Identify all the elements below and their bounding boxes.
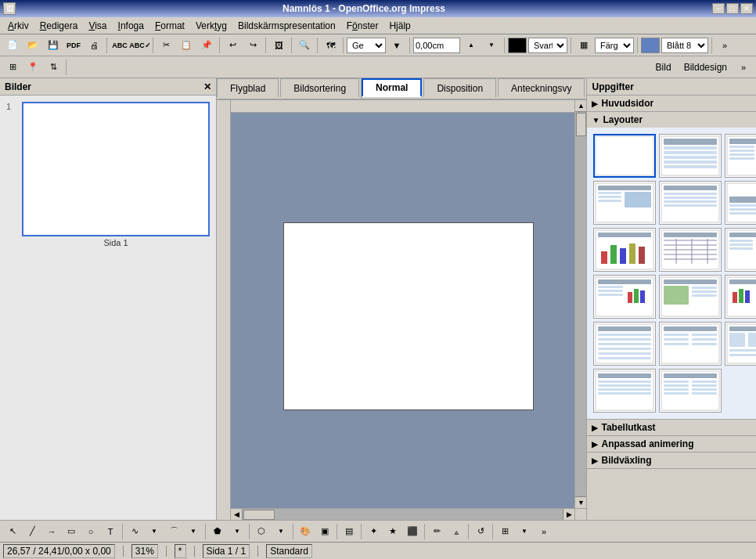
tab-disposition[interactable]: Disposition [423,78,496,97]
layout-thumb-row4-2[interactable] [659,275,722,319]
minimize-button[interactable]: ─ [712,3,725,14]
shape-dropdown[interactable]: ▼ [387,37,406,54]
menu-redigera[interactable]: Redigera [35,19,83,33]
tab-normal[interactable]: Normal [362,78,422,97]
find-button[interactable]: 🔍 [295,37,314,54]
more-shapes-tool[interactable]: ⬡ [252,523,271,540]
scroll-left-arrow[interactable]: ◀ [231,509,243,520]
scroll-up-arrow[interactable]: ▲ [575,100,586,112]
bild-button[interactable]: Bild [650,59,677,76]
menu-bildskarmspresentation[interactable]: Bildskärmspresentation [233,19,340,33]
layout-thumb-row2-3[interactable] [725,181,756,225]
rect-tool[interactable]: ▭ [62,523,81,540]
line-width-down[interactable]: ▼ [482,37,501,54]
copy-button[interactable]: 📋 [177,37,196,54]
more-shapes-dropdown[interactable]: ▼ [272,523,290,540]
layout-thumb-chart1[interactable] [593,228,656,272]
ellipse-tool[interactable]: ○ [81,523,100,540]
tab-flygblad[interactable]: Flygblad [217,78,279,97]
section-header-bildvaxling[interactable]: ▶ Bildväxling [587,453,756,468]
fill-type-select[interactable]: Färg [595,38,634,53]
line-tool[interactable]: ╱ [23,523,41,540]
section-header-anpassad-animering[interactable]: ▶ Anpassad animering [587,436,756,452]
maximize-button[interactable]: □ [726,3,739,14]
layout-thumb-row2-2[interactable] [659,181,722,225]
layout-thumb-row5-3[interactable] [725,322,756,366]
shape-select[interactable]: Ge [347,38,386,53]
rotate-button[interactable]: ↺ [471,523,490,540]
cursor-tool[interactable]: ↖ [3,523,22,540]
pdf-button[interactable]: PDF [64,37,83,54]
more-button[interactable]: » [715,37,734,54]
layout-thumb-row4-3[interactable] [725,275,756,319]
paste-button[interactable]: 📌 [197,37,216,54]
shadow-button[interactable]: ▤ [340,523,358,540]
menu-infoga[interactable]: Infoga [113,19,149,33]
text-tool[interactable]: T [101,523,120,540]
color-name-select[interactable]: Svart [528,38,567,53]
open-button[interactable]: 📂 [23,37,42,54]
close-button[interactable]: ✕ [740,3,753,14]
menu-format[interactable]: Format [150,19,189,33]
scroll-thumb-h[interactable] [243,510,275,520]
scroll-down-arrow[interactable]: ▼ [575,496,586,508]
arrow-tool[interactable]: → [42,523,61,540]
layout-thumb-row2-1[interactable] [593,181,656,225]
spellcheck-button[interactable]: ABC [110,37,129,54]
slides-panel-close-button[interactable]: ✕ [203,81,211,92]
vertical-scrollbar[interactable]: ▲ ▼ [574,100,586,508]
connector-dropdown[interactable]: ▼ [184,523,203,540]
insert-image-button[interactable]: 🖼 [269,37,288,54]
star-button[interactable]: ★ [383,523,402,540]
tab-anteckningsvy[interactable]: Anteckningsvy [498,78,585,97]
horizontal-scrollbar[interactable]: ◀ ▶ [231,508,574,520]
print-button[interactable]: 🖨 [85,37,103,54]
grid-button[interactable]: ⊞ [3,59,22,76]
menu-verktyg[interactable]: Verktyg [191,19,232,33]
connector-tool[interactable]: ⌒ [164,523,183,540]
fill-button[interactable]: ▣ [315,523,334,540]
layout-thumb-blank[interactable] [593,134,656,178]
shapes-tool[interactable]: ⬟ [208,523,227,540]
toolbar2-more[interactable]: » [734,59,753,76]
scroll-thumb-v[interactable] [576,113,586,136]
fill-color-select[interactable]: Blått 8 [661,38,708,53]
more-button2[interactable]: » [535,523,553,540]
undo-button[interactable]: ↩ [223,37,242,54]
section-header-tabellutkast[interactable]: ▶ Tabellutkast [587,420,756,435]
shapes-dropdown[interactable]: ▼ [228,523,247,540]
layout-thumb-title-content[interactable] [659,134,722,178]
bilddesign-button[interactable]: Bilddesign [679,59,733,76]
layout-thumb-row5-1[interactable] [593,322,656,366]
section-header-layouter[interactable]: ▼ Layouter [587,112,756,128]
layout-thumb-title-2content[interactable] [725,134,756,178]
tab-bildsortering[interactable]: Bildsortering [280,78,359,97]
layout-thumb-row6-1[interactable] [593,369,656,413]
layout-thumb-row5-2[interactable] [659,322,722,366]
effects-button[interactable]: ✦ [364,523,383,540]
3d-button[interactable]: ⟁ [447,523,466,540]
cut-button[interactable]: ✂ [157,37,175,54]
navigator-button[interactable]: 🗺 [321,37,340,54]
new-button[interactable]: 📄 [3,37,22,54]
slide-canvas[interactable] [283,222,534,410]
spellcheck2-button[interactable]: ABC✓ [131,37,149,54]
menu-fonster[interactable]: Fönster [342,19,383,33]
layout-thumb-chart3[interactable] [725,228,756,272]
block-button[interactable]: ⬛ [403,523,422,540]
slide-thumb-1[interactable]: 1 Sida 1 [3,99,213,251]
line-width-input[interactable] [413,38,460,53]
align-button[interactable]: ⊞ [495,523,514,540]
curve-tool[interactable]: ∿ [125,523,144,540]
pen-button[interactable]: ✏ [427,523,446,540]
extra-button[interactable]: ⇅ [44,59,63,76]
section-header-huvudsidor[interactable]: ▶ Huvudsidor [587,96,756,111]
line-width-up[interactable]: ▲ [462,37,481,54]
menu-hjalp[interactable]: Hjälp [384,19,415,33]
menu-visa[interactable]: Visa [84,19,111,33]
snap-button[interactable]: 📍 [23,59,42,76]
paint-button[interactable]: 🎨 [296,523,315,540]
redo-button[interactable]: ↪ [243,37,262,54]
menu-arkiv[interactable]: Arkiv [3,19,34,33]
layout-thumb-row6-2[interactable] [659,369,722,413]
